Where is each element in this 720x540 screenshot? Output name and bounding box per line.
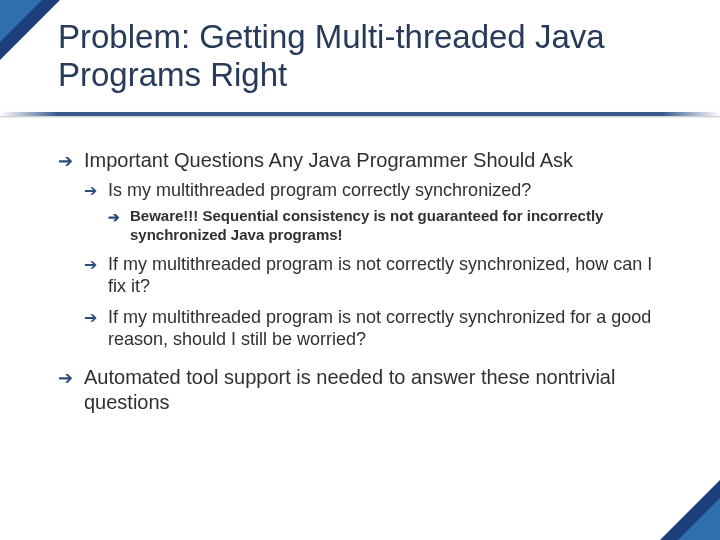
list-item: ➔ Automated tool support is needed to an…: [58, 365, 666, 415]
bullet-list-level1: ➔ Important Questions Any Java Programme…: [58, 148, 666, 415]
bullet-text: Important Questions Any Java Programmer …: [84, 149, 573, 171]
corner-accent-top-left: [0, 0, 60, 60]
title-underline: [0, 112, 720, 116]
list-item: ➔ Important Questions Any Java Programme…: [58, 148, 666, 351]
bullet-list-level3: ➔ Beware!!! Sequential consistency is no…: [108, 206, 666, 245]
bullet-text: If my multithreaded program is not corre…: [108, 307, 651, 350]
arrow-icon: ➔: [84, 255, 97, 275]
bullet-list-level2: ➔ Is my multithreaded program correctly …: [84, 179, 666, 351]
list-item: ➔ If my multithreaded program is not cor…: [84, 306, 666, 351]
slide: Problem: Getting Multi-threaded Java Pro…: [0, 0, 720, 540]
list-item: ➔ Beware!!! Sequential consistency is no…: [108, 206, 666, 245]
arrow-icon: ➔: [58, 150, 73, 173]
arrow-icon: ➔: [58, 367, 73, 390]
arrow-icon: ➔: [84, 181, 97, 201]
bullet-text: Beware!!! Sequential consistency is not …: [130, 207, 603, 244]
arrow-icon: ➔: [108, 208, 120, 226]
bullet-text: If my multithreaded program is not corre…: [108, 254, 652, 297]
slide-body: ➔ Important Questions Any Java Programme…: [58, 148, 666, 429]
list-item: ➔ If my multithreaded program is not cor…: [84, 253, 666, 298]
corner-accent-bottom-right: [660, 480, 720, 540]
bullet-text: Is my multithreaded program correctly sy…: [108, 180, 531, 200]
arrow-icon: ➔: [84, 308, 97, 328]
slide-title: Problem: Getting Multi-threaded Java Pro…: [58, 18, 680, 94]
list-item: ➔ Is my multithreaded program correctly …: [84, 179, 666, 245]
bullet-text: Automated tool support is needed to answ…: [84, 366, 615, 413]
